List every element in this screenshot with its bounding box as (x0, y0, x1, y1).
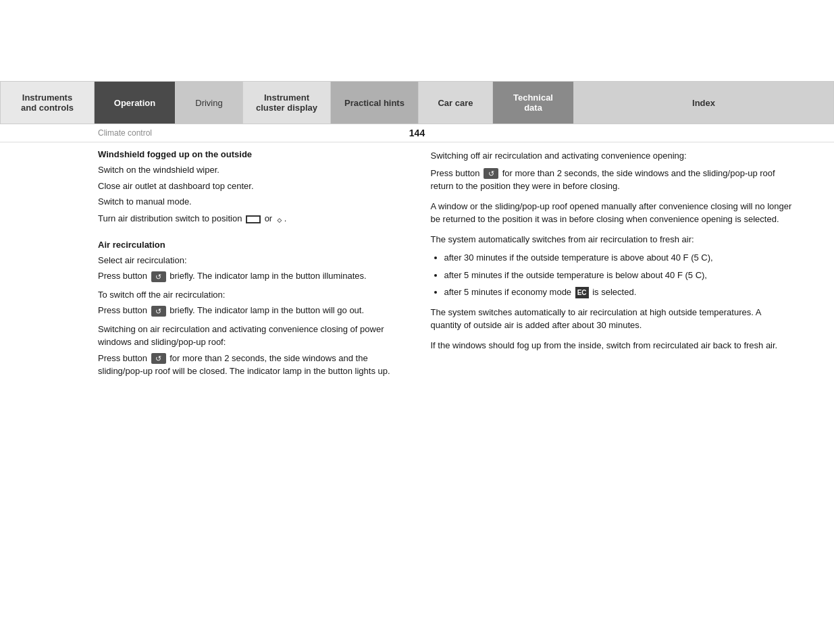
windshield-p4: Turn air distribution switch to position… (98, 211, 404, 227)
right-p3: A window or the sliding/pop-up roof open… (431, 200, 794, 226)
bullet-3: after 5 minutes if economy mode EC is se… (444, 286, 794, 299)
right-column: Switching off air recirculation and acti… (417, 149, 835, 381)
ec-icon: EC (575, 287, 589, 298)
windshield-p2: Close air outlet at dashboard top center… (98, 180, 404, 193)
section-label: Climate control (0, 128, 152, 138)
air-recirculation-heading: Air recirculation (98, 240, 404, 250)
air-p6: Press button for more than 2 seconds, th… (98, 352, 404, 378)
nav-item-technical[interactable]: Technical data (493, 82, 574, 124)
windshield-heading: Windshield fogged up on the outside (98, 149, 404, 159)
bullet-list: after 30 minutes if the outside temperat… (444, 251, 794, 299)
recirculation-icon-4 (484, 168, 498, 179)
right-p2: Press button for more than 2 seconds, th… (431, 167, 794, 193)
nav-label-operation: Operation (114, 98, 155, 108)
nav-item-operation[interactable]: Operation (95, 82, 176, 124)
nav-item-car-care[interactable]: Car care (419, 82, 493, 124)
top-space (0, 0, 834, 81)
nav-item-instruments[interactable]: Instruments and controls (0, 82, 95, 124)
nav-item-practical[interactable]: Practical hints (331, 82, 419, 124)
air-recirculation-section: Air recirculation Select air recirculati… (98, 240, 404, 378)
nav-label-instrument-cluster: Instrument cluster display (256, 92, 317, 113)
air-p4: Press button briefly. The indicator lamp… (98, 304, 404, 317)
windshield-p3: Switch to manual mode. (98, 195, 404, 209)
right-p4: The system automatically switches from a… (431, 233, 794, 246)
sub-header: Climate control 144 (0, 124, 834, 142)
left-column: Windshield fogged up on the outside Swit… (0, 149, 417, 381)
nav-label-practical: Practical hints (344, 98, 405, 108)
nav-label-technical: Technical data (513, 92, 553, 113)
recirculation-icon-2 (151, 306, 166, 317)
recirculation-icon-1 (151, 271, 166, 282)
right-p5: The system switches automatically to air… (431, 306, 794, 332)
page-number: 144 (409, 128, 425, 138)
bullet-2: after 5 minutes if the outside temperatu… (444, 269, 794, 282)
rect-icon (246, 215, 261, 223)
air-p2: Press button briefly. The indicator lamp… (98, 269, 404, 283)
nav-item-driving[interactable]: Driving (176, 82, 243, 124)
air-p5: Switching on air recirculation and activ… (98, 323, 404, 349)
nav-label-index: Index (692, 98, 715, 108)
nav-label-driving: Driving (195, 98, 222, 108)
right-p1: Switching off air recirculation and acti… (431, 149, 794, 163)
recirculation-icon-3 (151, 353, 166, 364)
vent-icon: ⬦ (276, 211, 283, 227)
air-p1: Select air recirculation: (98, 254, 404, 267)
windshield-section: Windshield fogged up on the outside Swit… (98, 149, 404, 227)
air-p3: To switch off the air recirculation: (98, 288, 404, 302)
nav-label-car-care: Car care (438, 98, 473, 108)
right-p6: If the windows should fog up from the in… (431, 339, 794, 352)
navigation-bar: Instruments and controls Operation Drivi… (0, 81, 834, 124)
windshield-p1: Switch on the windshield wiper. (98, 163, 404, 177)
bullet-1: after 30 minutes if the outside temperat… (444, 251, 794, 265)
nav-item-index[interactable]: Index (574, 82, 834, 124)
nav-label-instruments: Instruments and controls (21, 92, 74, 113)
content-area: Windshield fogged up on the outside Swit… (0, 149, 834, 401)
nav-item-instrument-cluster[interactable]: Instrument cluster display (243, 82, 331, 124)
